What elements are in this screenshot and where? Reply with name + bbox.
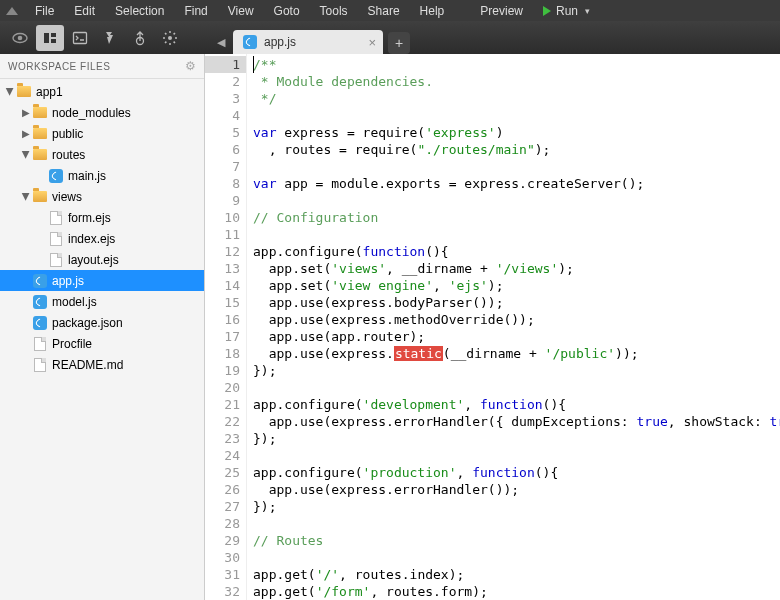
menu-help[interactable]: Help bbox=[411, 2, 454, 20]
text-cursor bbox=[253, 56, 254, 73]
terminal-button[interactable] bbox=[66, 25, 94, 51]
tree-folder-public[interactable]: ▶public bbox=[0, 123, 204, 144]
file-icon bbox=[34, 337, 46, 351]
run-label: Run bbox=[556, 4, 578, 18]
tree-folder-routes[interactable]: ▶routes bbox=[0, 144, 204, 165]
toolbar: ◀ app.js × + bbox=[0, 21, 780, 54]
folder-icon bbox=[33, 191, 47, 202]
preview-button[interactable]: Preview bbox=[471, 2, 532, 20]
file-icon bbox=[34, 358, 46, 372]
sidebar-header: WORKSPACE FILES ⚙ bbox=[0, 54, 204, 79]
tab-bar: ◀ app.js × + bbox=[211, 26, 410, 54]
sidebar: WORKSPACE FILES ⚙ ▶app1 ▶node_modules ▶p… bbox=[0, 54, 205, 600]
gear-icon[interactable]: ⚙ bbox=[185, 59, 197, 73]
svg-rect-3 bbox=[51, 33, 56, 37]
svg-rect-2 bbox=[44, 33, 49, 43]
chevron-down-icon[interactable]: ▾ bbox=[585, 6, 590, 16]
folder-icon bbox=[17, 86, 31, 97]
tree-file-form-ejs[interactable]: ▶form.ejs bbox=[0, 207, 204, 228]
js-file-icon bbox=[33, 295, 47, 309]
sidebar-title: WORKSPACE FILES bbox=[8, 61, 110, 72]
file-tree: ▶app1 ▶node_modules ▶public ▶routes ▶mai… bbox=[0, 79, 204, 377]
menu-tools[interactable]: Tools bbox=[311, 2, 357, 20]
file-icon bbox=[50, 232, 62, 246]
menu-find[interactable]: Find bbox=[175, 2, 216, 20]
run-button[interactable]: Run ▾ bbox=[534, 2, 599, 20]
folder-icon bbox=[33, 107, 47, 118]
tab-label: app.js bbox=[264, 35, 296, 49]
svg-rect-5 bbox=[74, 32, 87, 43]
deploy-button[interactable] bbox=[126, 25, 154, 51]
run-panel-button[interactable] bbox=[96, 25, 124, 51]
js-file-icon bbox=[243, 35, 257, 49]
tree-folder-node-modules[interactable]: ▶node_modules bbox=[0, 102, 204, 123]
play-icon bbox=[543, 6, 551, 16]
app-logo-icon[interactable] bbox=[6, 7, 18, 15]
menu-edit[interactable]: Edit bbox=[65, 2, 104, 20]
svg-point-7 bbox=[168, 36, 172, 40]
js-file-icon bbox=[33, 316, 47, 330]
code-editor[interactable]: 1234567891011121314151617181920212223242… bbox=[205, 54, 780, 600]
menubar: File Edit Selection Find View Goto Tools… bbox=[0, 0, 780, 21]
settings-button[interactable] bbox=[156, 25, 184, 51]
code-content[interactable]: /** * Module dependencies. */ var expres… bbox=[247, 54, 780, 600]
tree-file-readme[interactable]: ▶README.md bbox=[0, 354, 204, 375]
svg-rect-4 bbox=[51, 39, 56, 43]
tree-file-procfile[interactable]: ▶Procfile bbox=[0, 333, 204, 354]
svg-point-1 bbox=[18, 35, 23, 40]
line-gutter: 1234567891011121314151617181920212223242… bbox=[205, 54, 247, 600]
tree-folder-views[interactable]: ▶views bbox=[0, 186, 204, 207]
tree-file-index-ejs[interactable]: ▶index.ejs bbox=[0, 228, 204, 249]
menu-goto[interactable]: Goto bbox=[265, 2, 309, 20]
new-tab-button[interactable]: + bbox=[388, 32, 410, 54]
file-icon bbox=[50, 253, 62, 267]
tree-file-app-js[interactable]: ▶app.js bbox=[0, 270, 204, 291]
tree-file-layout-ejs[interactable]: ▶layout.ejs bbox=[0, 249, 204, 270]
menu-file[interactable]: File bbox=[26, 2, 63, 20]
workspace-files-button[interactable] bbox=[36, 25, 64, 51]
js-file-icon bbox=[33, 274, 47, 288]
tree-file-package-json[interactable]: ▶package.json bbox=[0, 312, 204, 333]
tab-scroll-left[interactable]: ◀ bbox=[211, 30, 231, 54]
tab-app-js[interactable]: app.js × bbox=[233, 30, 383, 54]
tree-file-model-js[interactable]: ▶model.js bbox=[0, 291, 204, 312]
menu-selection[interactable]: Selection bbox=[106, 2, 173, 20]
menu-share[interactable]: Share bbox=[359, 2, 409, 20]
folder-icon bbox=[33, 149, 47, 160]
close-icon[interactable]: × bbox=[368, 36, 376, 49]
tree-folder-app1[interactable]: ▶app1 bbox=[0, 81, 204, 102]
js-file-icon bbox=[49, 169, 63, 183]
file-icon bbox=[50, 211, 62, 225]
folder-icon bbox=[33, 128, 47, 139]
menu-view[interactable]: View bbox=[219, 2, 263, 20]
tree-file-main-js[interactable]: ▶main.js bbox=[0, 165, 204, 186]
toggle-eye-button[interactable] bbox=[6, 25, 34, 51]
